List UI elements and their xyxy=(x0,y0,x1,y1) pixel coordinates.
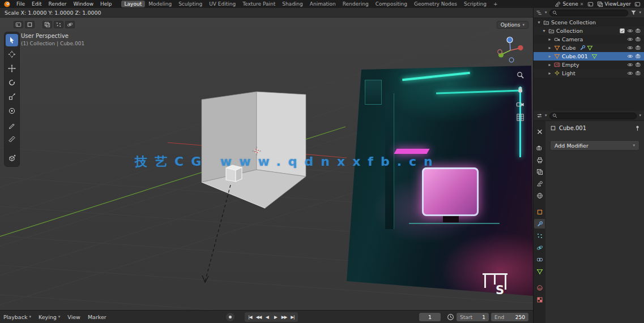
tab-world[interactable] xyxy=(534,191,545,200)
mesh-data-icon[interactable] xyxy=(591,53,598,59)
hide-viewport-eye-icon[interactable] xyxy=(627,70,633,76)
tab-output[interactable] xyxy=(534,155,545,165)
hide-viewport-eye-icon[interactable] xyxy=(627,53,633,59)
jump-to-start-button[interactable]: |◀ xyxy=(246,315,254,320)
tool-rotate[interactable] xyxy=(6,76,18,89)
playback-sync-icon[interactable] xyxy=(447,313,454,321)
disclosure-icon[interactable]: ▾ xyxy=(541,28,547,33)
tool-scale[interactable] xyxy=(6,91,18,103)
scene-selector[interactable]: Scene ✕ xyxy=(555,1,583,7)
outliner-row-light[interactable]: ▸ Light xyxy=(534,69,644,77)
tab-render[interactable] xyxy=(534,143,545,153)
outliner-row-camera[interactable]: ▸ Camera xyxy=(534,35,644,44)
unlink-scene-icon[interactable]: ✕ xyxy=(580,2,584,7)
tab-object-data[interactable] xyxy=(534,266,545,276)
tool-annotate[interactable] xyxy=(6,119,18,131)
tab-object[interactable] xyxy=(534,207,545,217)
next-keyframe-button[interactable]: ▶▶ xyxy=(280,315,288,320)
tool-add-cube[interactable] xyxy=(6,152,18,165)
new-scene-icon[interactable] xyxy=(587,1,594,7)
disable-render-camera-icon[interactable] xyxy=(636,53,642,59)
blender-logo-icon[interactable] xyxy=(3,1,11,8)
options-button[interactable]: Options ▾ xyxy=(497,21,528,29)
prev-keyframe-button[interactable]: ◀◀ xyxy=(254,315,263,320)
filter-icon[interactable] xyxy=(630,10,637,16)
snap-toggle-icon[interactable] xyxy=(65,21,75,28)
tab-scene[interactable] xyxy=(534,179,545,188)
disable-render-camera-icon[interactable] xyxy=(636,62,642,68)
disable-render-camera-icon[interactable] xyxy=(636,45,642,51)
workspace-tab-uv-editing[interactable]: UV Editing xyxy=(206,1,239,7)
modifier-wrench-icon[interactable] xyxy=(579,45,586,51)
pin-icon[interactable] xyxy=(634,125,641,131)
add-modifier-button[interactable]: Add Modifier ▾ xyxy=(550,140,639,150)
tool-measure[interactable] xyxy=(6,133,18,145)
workspace-tab-scripting[interactable]: Scripting xyxy=(460,1,490,7)
current-frame-field[interactable]: 1 xyxy=(419,313,441,321)
workspace-tab-layout[interactable]: Layout xyxy=(121,1,146,7)
jump-to-end-button[interactable]: ▶| xyxy=(288,315,297,320)
view-toggle-icon[interactable] xyxy=(42,21,52,28)
disclosure-icon[interactable]: ▸ xyxy=(547,45,552,50)
disable-render-camera-icon[interactable] xyxy=(636,70,642,76)
disable-render-camera-icon[interactable] xyxy=(636,36,642,42)
auto-keying-record-button[interactable] xyxy=(226,313,234,321)
hide-viewport-eye-icon[interactable] xyxy=(627,62,633,68)
tab-particles[interactable] xyxy=(534,231,545,240)
outliner-row-collection[interactable]: ▾ Collection xyxy=(534,27,644,35)
camera-view-icon[interactable] xyxy=(515,99,525,109)
workspace-tab-rendering[interactable]: Rendering xyxy=(339,1,372,7)
workspace-tab-geometry-nodes[interactable]: Geometry Nodes xyxy=(411,1,460,7)
tab-physics[interactable] xyxy=(534,243,545,252)
reference-image-plane[interactable] xyxy=(346,65,533,298)
disable-render-camera-icon[interactable] xyxy=(636,28,642,34)
menu-keying[interactable]: Keying▾ xyxy=(39,314,60,320)
properties-search[interactable] xyxy=(549,113,637,119)
disclosure-icon[interactable]: ▸ xyxy=(547,71,552,76)
disclosure-icon[interactable]: ▸ xyxy=(547,62,552,67)
outliner-editor-icon[interactable] xyxy=(536,10,543,16)
workspace-tab-compositing[interactable]: Compositing xyxy=(372,1,411,7)
hide-viewport-eye-icon[interactable] xyxy=(627,36,633,42)
select-toggle-icon[interactable] xyxy=(54,21,63,28)
play-button[interactable]: ▶ xyxy=(271,315,280,320)
menu-marker[interactable]: Marker xyxy=(88,314,106,320)
tab-modifiers[interactable] xyxy=(534,219,545,229)
new-viewlayer-icon[interactable] xyxy=(634,1,641,7)
properties-search-input[interactable] xyxy=(559,113,634,119)
viewport-3d[interactable]: S 技艺CG www.qdnxxfb.cn Options ▾ User Per… xyxy=(0,18,533,310)
workspace-tab-modeling[interactable]: Modeling xyxy=(145,1,175,7)
disclosure-icon[interactable]: ▾ xyxy=(536,20,541,25)
workspace-tab-texture-paint[interactable]: Texture Paint xyxy=(239,1,279,7)
pan-hand-icon[interactable] xyxy=(515,84,525,94)
properties-editor-icon[interactable] xyxy=(536,113,543,119)
hide-viewport-eye-icon[interactable] xyxy=(627,28,633,34)
tool-select-box[interactable] xyxy=(6,34,18,46)
outliner-row-scene-collection[interactable]: ▾ Scene Collection xyxy=(534,18,644,27)
workspace-tab-sculpting[interactable]: Sculpting xyxy=(175,1,206,7)
menu-edit[interactable]: Edit xyxy=(28,0,45,8)
mode-toggle-icon[interactable] xyxy=(25,21,35,28)
tab-material[interactable] xyxy=(534,283,545,292)
editor-type-icon[interactable] xyxy=(14,21,23,28)
outliner-search-input[interactable] xyxy=(559,10,626,16)
menu-view[interactable]: View xyxy=(67,314,80,320)
grid-ortho-icon[interactable] xyxy=(515,112,525,122)
tab-constraints[interactable] xyxy=(534,255,545,264)
frame-start-field[interactable]: Start 1 xyxy=(457,313,489,321)
frame-end-field[interactable]: End 250 xyxy=(491,313,528,321)
disclosure-icon[interactable]: ▸ xyxy=(547,54,552,59)
outliner-row-empty[interactable]: ▸ Empty xyxy=(534,61,644,69)
tool-move[interactable] xyxy=(6,62,18,75)
menu-help[interactable]: Help xyxy=(97,0,116,8)
tool-cursor[interactable] xyxy=(6,48,18,61)
menu-window[interactable]: Window xyxy=(70,0,97,8)
viewlayer-selector[interactable]: ViewLayer xyxy=(597,1,631,7)
workspace-tab-shading[interactable]: Shading xyxy=(279,1,306,7)
menu-playback[interactable]: Playback▾ xyxy=(3,314,31,320)
tab-tool[interactable] xyxy=(534,127,545,136)
orbit-gizmo[interactable] xyxy=(496,35,524,63)
tool-transform[interactable] xyxy=(6,105,18,117)
add-workspace-button[interactable]: + xyxy=(490,1,501,7)
workspace-tab-animation[interactable]: Animation xyxy=(306,1,339,7)
